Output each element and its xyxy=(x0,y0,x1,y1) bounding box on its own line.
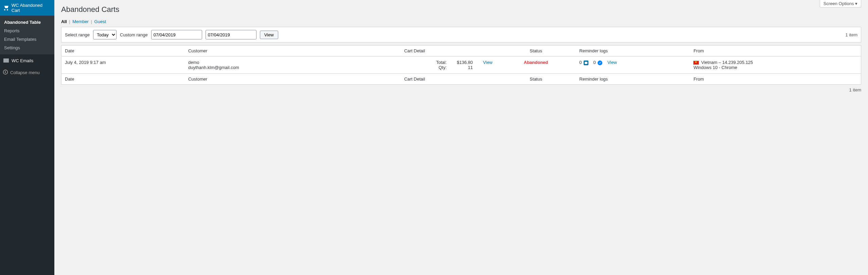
chat-count: 0 xyxy=(594,60,596,65)
page-title: Abandoned Carts xyxy=(61,5,861,14)
sidebar-sub-settings[interactable]: Settings xyxy=(0,44,54,52)
status-badge: Abandoned xyxy=(524,60,548,65)
table-footer-row: Date Customer Cart Detail Status Reminde… xyxy=(61,74,861,85)
chat-icon xyxy=(598,61,602,65)
total-label: Total: xyxy=(436,60,447,65)
total-value: $136.80 xyxy=(457,60,473,65)
sidebar-item-abandoned-cart[interactable]: WC Abandoned Cart xyxy=(0,0,54,16)
sidebar-item-wc-emails[interactable]: WC Emails xyxy=(0,54,54,67)
cell-customer: demo duythanh.klm@gmail.com xyxy=(185,56,333,74)
collapse-label: Collapse menu xyxy=(10,70,40,75)
th-status[interactable]: Status xyxy=(496,46,576,56)
reminder-view-link[interactable]: View xyxy=(607,60,617,65)
from-system: Windows 10 - Chrome xyxy=(693,65,737,70)
mail-count: 0 xyxy=(579,60,582,65)
separator: | xyxy=(91,19,92,24)
collapse-icon xyxy=(3,69,8,76)
th-customer[interactable]: Customer xyxy=(185,46,333,56)
tf-status: Status xyxy=(496,74,576,85)
table-row: July 4, 2019 9:17 am demo duythanh.klm@g… xyxy=(61,56,861,74)
cell-reminder-logs: 0 0 View xyxy=(576,56,690,74)
date-to-input[interactable] xyxy=(206,30,256,39)
sidebar-item-label: WC Emails xyxy=(12,58,33,63)
mail-icon xyxy=(584,61,588,65)
th-reminder-logs[interactable]: Reminder logs xyxy=(576,46,690,56)
filter-all[interactable]: All xyxy=(61,19,67,24)
tf-date: Date xyxy=(61,74,185,85)
tf-customer: Customer xyxy=(185,74,333,85)
separator: | xyxy=(69,19,70,24)
sidebar-submenu: Abandoned Table Reports Email Templates … xyxy=(0,16,54,54)
sidebar-sub-email-templates[interactable]: Email Templates xyxy=(0,35,54,44)
customer-email: duythanh.klm@gmail.com xyxy=(188,65,330,70)
item-count: 1 item xyxy=(846,32,857,37)
cell-status: Abandoned xyxy=(496,56,576,74)
cart-icon xyxy=(3,4,10,11)
footer-item-count: 1 item xyxy=(61,87,861,92)
customer-name: demo xyxy=(188,60,330,65)
flag-icon xyxy=(693,61,699,65)
th-from[interactable]: From xyxy=(690,46,861,56)
tf-reminder-logs: Reminder logs xyxy=(576,74,690,85)
qty-label: Qty: xyxy=(436,65,447,70)
collapse-menu[interactable]: Collapse menu xyxy=(0,67,54,79)
filter-toolbar: Select range Today Custom range View 1 i… xyxy=(61,27,861,42)
main-content: Screen Options ▾ Abandoned Carts All | M… xyxy=(54,0,868,275)
filter-links: All | Member | Guest xyxy=(61,19,861,24)
screen-options-button[interactable]: Screen Options ▾ xyxy=(820,0,861,7)
filter-guest[interactable]: Guest xyxy=(94,19,106,24)
th-cart-detail[interactable]: Cart Detail xyxy=(333,46,496,56)
custom-range-label: Custom range xyxy=(120,32,148,37)
sidebar-sub-reports[interactable]: Reports xyxy=(0,27,54,35)
admin-sidebar: WC Abandoned Cart Abandoned Table Report… xyxy=(0,0,54,275)
from-ip: 14.239.205.125 xyxy=(722,60,753,65)
filter-member[interactable]: Member xyxy=(72,19,89,24)
table-header-row: Date Customer Cart Detail Status Reminde… xyxy=(61,46,861,56)
cell-date: July 4, 2019 9:17 am xyxy=(61,56,185,74)
select-range-dropdown[interactable]: Today xyxy=(93,30,117,39)
cell-cart-detail: Total: Qty: $136.80 11 View xyxy=(333,56,496,74)
view-button[interactable]: View xyxy=(260,31,278,39)
select-range-label: Select range xyxy=(65,32,90,37)
qty-value: 11 xyxy=(457,65,473,70)
tf-cart-detail: Cart Detail xyxy=(333,74,496,85)
from-country: Vietnam xyxy=(701,60,717,65)
tf-from: From xyxy=(690,74,861,85)
sidebar-sub-abandoned-table[interactable]: Abandoned Table xyxy=(0,18,54,27)
date-from-input[interactable] xyxy=(151,30,202,39)
mail-icon xyxy=(3,57,10,64)
sidebar-item-label: WC Abandoned Cart xyxy=(12,3,52,13)
cell-from: Vietnam – 14.239.205.125 Windows 10 - Ch… xyxy=(690,56,861,74)
abandoned-carts-table: Date Customer Cart Detail Status Reminde… xyxy=(61,45,861,85)
th-date[interactable]: Date xyxy=(61,46,185,56)
cart-detail-view-link[interactable]: View xyxy=(483,60,493,65)
